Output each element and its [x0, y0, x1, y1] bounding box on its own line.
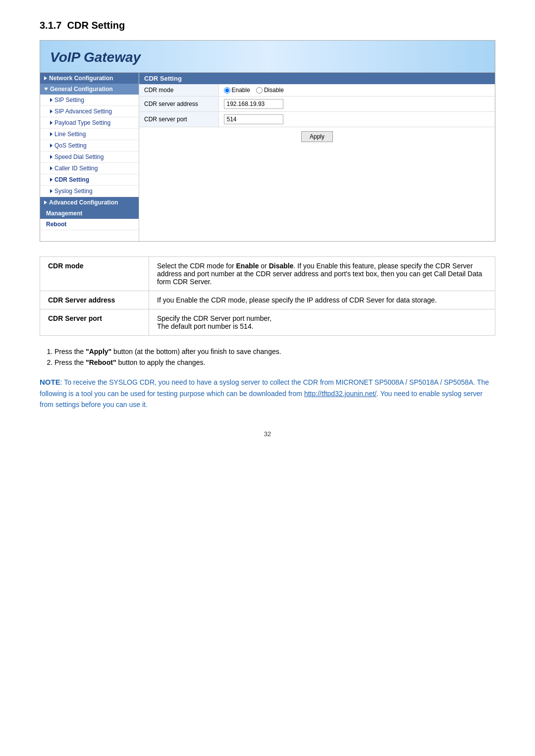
cdr-server-address-input[interactable] — [224, 99, 283, 109]
arrow-right-icon — [50, 109, 53, 113]
desc-term-cdr-server-port: CDR Server port — [40, 309, 149, 336]
cdr-panel-title: CDR Setting — [139, 73, 495, 84]
arrow-right-icon — [50, 144, 53, 148]
apply-row: Apply — [139, 127, 495, 146]
cdr-mode-value: Enable Disable — [218, 84, 495, 97]
note-label: NOTE — [40, 378, 60, 386]
sidebar-item-payload[interactable]: Payload Type Setting — [40, 117, 139, 129]
desc-row-cdr-server-port: CDR Server port Specify the CDR Server p… — [40, 309, 495, 336]
desc-term-cdr-mode: CDR mode — [40, 257, 149, 291]
note-block: NOTE: To receive the SYSLOG CDR, you nee… — [40, 376, 495, 410]
cdr-server-port-value — [218, 112, 495, 127]
section-title: 3.1.7 CDR Setting — [40, 20, 495, 31]
arrow-right-icon — [50, 189, 53, 193]
sidebar-item-sip-advanced[interactable]: SIP Advanced Setting — [40, 106, 139, 117]
sidebar-general-label: General Configuration — [50, 86, 113, 93]
sidebar-section-general[interactable]: General Configuration — [40, 84, 139, 95]
enable-label: Enable — [232, 87, 250, 94]
arrow-right-icon — [50, 98, 53, 102]
gateway-header: VoIP Gateway — [40, 41, 495, 73]
sidebar: Network Configuration General Configurat… — [40, 73, 139, 241]
arrow-right-icon — [50, 121, 53, 125]
desc-text-cdr-server-port: Specify the CDR Server port number,The d… — [149, 309, 495, 336]
description-table: CDR mode Select the CDR mode for Enable … — [40, 256, 495, 336]
desc-term-cdr-server-address: CDR Server address — [40, 291, 149, 309]
sidebar-item-qos[interactable]: QoS Setting — [40, 140, 139, 151]
desc-text-cdr-mode: Select the CDR mode for Enable or Disabl… — [149, 257, 495, 291]
sidebar-item-caller-id[interactable]: Caller ID Setting — [40, 163, 139, 174]
cdr-form-table: CDR mode Enable Disable — [139, 84, 495, 127]
cdr-mode-enable-label[interactable]: Enable — [224, 87, 250, 94]
desc-row-cdr-mode: CDR mode Select the CDR mode for Enable … — [40, 257, 495, 291]
sidebar-item-label: SIP Setting — [54, 97, 84, 103]
sidebar-item-label: Speed Dial Setting — [54, 153, 104, 160]
arrow-down-icon — [44, 88, 48, 91]
gateway-ui-box: VoIP Gateway Network Configuration Gener… — [40, 40, 495, 242]
gateway-title: VoIP Gateway — [50, 50, 141, 65]
sidebar-item-label: Syslog Setting — [54, 188, 93, 195]
sidebar-management-label: Management — [46, 210, 82, 217]
cdr-server-address-value — [218, 97, 495, 112]
sidebar-item-line[interactable]: Line Setting — [40, 129, 139, 140]
instructions: Press the "Apply" button (at the bottom)… — [40, 348, 495, 366]
arrow-right-icon — [50, 132, 53, 136]
cdr-mode-disable-label[interactable]: Disable — [256, 87, 284, 94]
instruction-1: Press the "Apply" button (at the bottom)… — [54, 348, 495, 355]
sidebar-advanced-label: Advanced Configuration — [49, 199, 118, 206]
desc-text-cdr-server-address: If you Enable the CDR mode, please speci… — [149, 291, 495, 309]
arrow-right-icon — [50, 178, 53, 182]
cdr-server-address-label: CDR server address — [139, 97, 218, 112]
cdr-mode-label: CDR mode — [139, 84, 218, 97]
sidebar-item-speed-dial[interactable]: Speed Dial Setting — [40, 151, 139, 163]
arrow-icon — [44, 201, 47, 204]
sidebar-section-network[interactable]: Network Configuration — [40, 73, 139, 84]
desc-row-cdr-server-address: CDR Server address If you Enable the CDR… — [40, 291, 495, 309]
gateway-body: Network Configuration General Configurat… — [40, 73, 495, 241]
sidebar-section-management[interactable]: Management — [40, 208, 139, 219]
sidebar-item-cdr[interactable]: CDR Setting — [40, 174, 139, 186]
page-number: 32 — [40, 430, 495, 438]
sidebar-item-syslog[interactable]: Syslog Setting — [40, 186, 139, 197]
sidebar-reboot[interactable]: Reboot — [40, 219, 139, 230]
sidebar-item-label: Line Setting — [54, 131, 86, 138]
note-link[interactable]: http://tftpd32.jounin.net/ — [304, 390, 376, 398]
sidebar-item-label: Caller ID Setting — [54, 165, 98, 172]
apply-button[interactable]: Apply — [301, 131, 333, 142]
cdr-mode-row: CDR mode Enable Disable — [139, 84, 495, 97]
sidebar-reboot-label: Reboot — [46, 221, 66, 228]
cdr-mode-radio-group: Enable Disable — [224, 87, 490, 94]
sidebar-item-sip[interactable]: SIP Setting — [40, 95, 139, 106]
cdr-mode-enable-radio[interactable] — [224, 87, 230, 94]
arrow-right-icon — [50, 155, 53, 159]
sidebar-item-label: QoS Setting — [54, 142, 87, 149]
main-content: CDR Setting CDR mode Enable Disable — [139, 73, 495, 241]
sidebar-item-label: CDR Setting — [54, 176, 89, 183]
cdr-mode-disable-radio[interactable] — [256, 87, 263, 94]
arrow-icon — [44, 76, 47, 80]
cdr-server-port-row: CDR server port — [139, 112, 495, 127]
cdr-server-port-input[interactable] — [224, 114, 283, 124]
cdr-server-port-label: CDR server port — [139, 112, 218, 127]
cdr-server-address-row: CDR server address — [139, 97, 495, 112]
disable-label: Disable — [264, 87, 284, 94]
sidebar-item-label: Payload Type Setting — [54, 119, 110, 126]
sidebar-section-advanced[interactable]: Advanced Configuration — [40, 197, 139, 208]
arrow-right-icon — [50, 166, 53, 170]
sidebar-item-label: SIP Advanced Setting — [54, 108, 112, 115]
instruction-2: Press the "Reboot" button to apply the c… — [54, 358, 495, 366]
sidebar-network-label: Network Configuration — [49, 75, 113, 82]
